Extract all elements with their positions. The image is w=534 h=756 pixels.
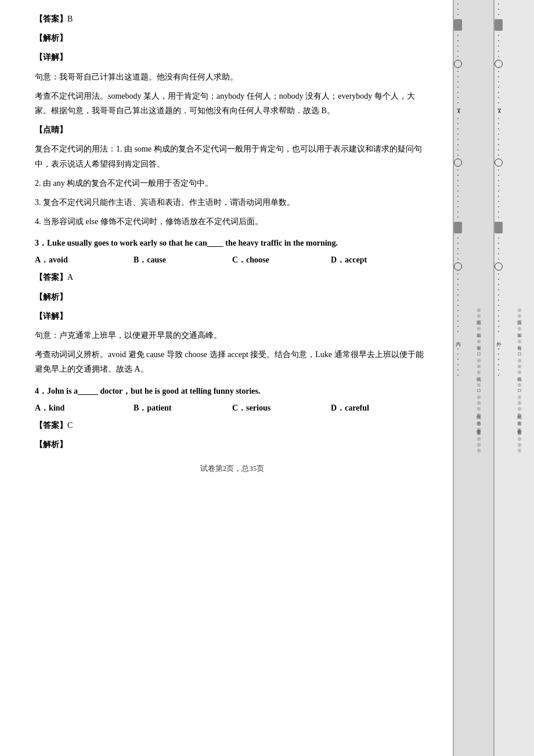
dot	[457, 149, 459, 150]
highlight-text-3: 3. 复合不定代词只能作主语、宾语和表语。作主语时，谓语动词用单数。	[35, 195, 430, 210]
dot	[457, 92, 459, 93]
dot	[498, 123, 499, 124]
dot	[457, 71, 459, 72]
detail-label-3: 【详解】	[35, 309, 430, 323]
dot	[498, 359, 499, 360]
analysis-label-3: 【解析】	[35, 290, 430, 304]
dot	[498, 243, 499, 244]
option-3-c: C．choose	[232, 255, 331, 265]
page-number: 试卷第2页，总35页	[200, 464, 265, 473]
dot	[457, 14, 459, 15]
dot	[498, 3, 499, 5]
question-3-text: Luke usually goes to work early so that …	[47, 239, 338, 247]
sidebar-vertical-text-inner: 内	[454, 337, 462, 338]
sidebar-decoration-text-right: ※※圆※※如※※有※ロ※※※线※※ロ※※※在此※卷※不要答※※※※	[515, 305, 522, 451]
dot	[498, 40, 499, 41]
question-4-text: John is a_____ doctor，but he is good at …	[47, 387, 261, 395]
circle-mark	[454, 159, 462, 167]
dot	[457, 273, 459, 275]
dot	[498, 321, 499, 322]
dot	[457, 170, 459, 171]
dot	[457, 243, 459, 244]
dot	[457, 211, 459, 213]
dot	[457, 206, 459, 207]
explanation-3: 考查动词词义辨析。avoid 避免 cause 导致 choose 选择 acc…	[35, 347, 430, 376]
explanation-1: 考查不定代词用法。somebody 某人，用于肯定句；anybody 任何人；n…	[35, 89, 430, 118]
dot	[457, 196, 459, 197]
answer-3: 【答案】A	[35, 270, 430, 285]
dot	[498, 118, 499, 119]
dot	[498, 289, 499, 290]
dot	[498, 375, 499, 376]
gray-bar	[454, 19, 462, 31]
dot	[457, 310, 459, 311]
answer-1: 【答案】B	[35, 12, 430, 26]
answer-value-1: B	[67, 15, 73, 23]
dot	[457, 123, 459, 124]
dot	[498, 102, 499, 103]
dot	[498, 237, 499, 239]
highlight-text-2: 2. 由 any 构成的复合不定代词一般用于否定句中。	[35, 176, 430, 190]
dot	[498, 92, 499, 93]
dot	[457, 326, 459, 327]
circle-mark	[495, 159, 503, 167]
dots-strip-right: ✂	[495, 0, 503, 756]
circle-mark	[454, 60, 462, 68]
dot	[498, 144, 499, 145]
dot	[498, 97, 499, 98]
dot	[457, 190, 459, 192]
dot	[498, 76, 499, 77]
main-content: 【答案】B 【解析】 【详解】 句意：我哥哥自己计算出这道题。他没有向任何人求助…	[0, 0, 453, 756]
dot	[498, 196, 499, 197]
analysis-label-4: 【解析】	[35, 437, 430, 452]
scissors-icon: ✂	[454, 108, 463, 114]
dot	[457, 284, 459, 285]
dot	[457, 375, 459, 376]
option-3-b: B．cause	[134, 255, 232, 265]
dot	[457, 51, 459, 52]
dot	[498, 258, 499, 260]
sentence-meaning-3: 句意：卢克通常上班早，以便避开早晨的交通高峰。	[35, 328, 430, 343]
dot	[457, 76, 459, 77]
dot	[457, 354, 459, 355]
dot	[457, 237, 459, 239]
dot	[498, 149, 499, 150]
dot	[498, 284, 499, 285]
dot	[498, 190, 499, 192]
dot	[457, 343, 459, 344]
dot	[457, 185, 459, 186]
dot	[498, 343, 499, 344]
circle-mark	[454, 262, 462, 271]
page-footer: 试卷第2页，总35页	[35, 463, 430, 474]
options-4: A．kind B．patient C．serious D．careful	[35, 403, 430, 413]
dot	[498, 81, 499, 82]
dot	[457, 102, 459, 103]
dot	[498, 279, 499, 280]
dot	[498, 248, 499, 249]
dot	[498, 294, 499, 296]
dot	[498, 206, 499, 207]
dot	[457, 9, 459, 10]
dot	[457, 97, 459, 98]
highlight-text-1: 复合不定代词的用法：1. 由 some 构成的复合不定代词一般用于肯定句，也可以…	[35, 142, 430, 171]
dot	[498, 315, 499, 316]
dot	[498, 170, 499, 171]
dot	[457, 248, 459, 249]
dot	[457, 45, 459, 46]
dot	[457, 118, 459, 119]
dot	[457, 180, 459, 181]
dot	[498, 134, 499, 135]
dot	[457, 87, 459, 88]
dot	[457, 134, 459, 135]
dot	[498, 180, 499, 181]
dot	[498, 305, 499, 306]
dot	[457, 139, 459, 140]
dot	[498, 253, 499, 254]
circle-mark	[495, 262, 503, 271]
dot	[498, 14, 499, 15]
dot	[457, 331, 459, 332]
gray-bar	[495, 19, 503, 31]
dot	[498, 300, 499, 301]
dot	[498, 331, 499, 332]
option-4-b: B．patient	[134, 403, 232, 413]
